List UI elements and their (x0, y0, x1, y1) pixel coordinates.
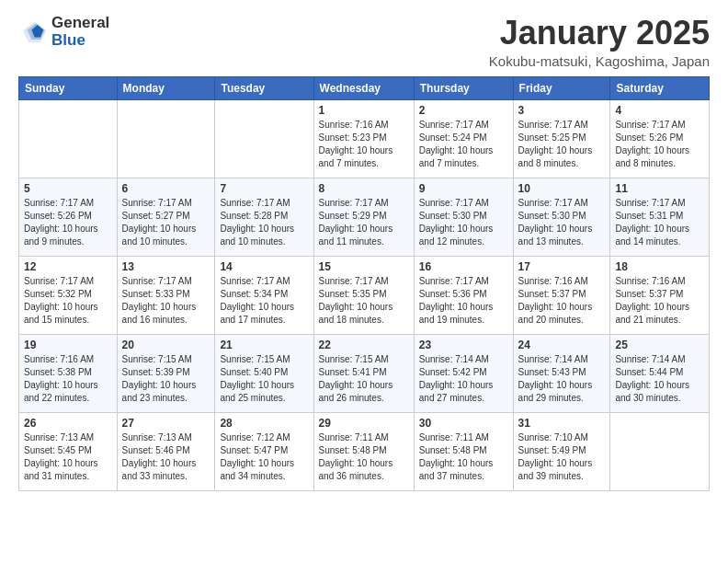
calendar-cell-2-3: 7Sunrise: 7:17 AM Sunset: 5:28 PM Daylig… (215, 178, 313, 256)
calendar-cell-1-3 (215, 99, 313, 178)
col-thursday: Thursday (414, 76, 513, 99)
day-number: 13 (122, 260, 210, 273)
day-info: Sunrise: 7:17 AM Sunset: 5:31 PM Dayligh… (615, 197, 704, 248)
calendar-header-row: Sunday Monday Tuesday Wednesday Thursday… (19, 76, 710, 99)
day-info: Sunrise: 7:16 AM Sunset: 5:23 PM Dayligh… (319, 119, 409, 170)
calendar-cell-3-3: 14Sunrise: 7:17 AM Sunset: 5:34 PM Dayli… (215, 256, 313, 334)
day-number: 6 (122, 182, 210, 195)
page: General Blue January 2025 Kokubu-matsuki… (0, 0, 728, 506)
day-number: 10 (518, 182, 606, 195)
day-number: 1 (319, 104, 409, 117)
calendar-cell-4-6: 24Sunrise: 7:14 AM Sunset: 5:43 PM Dayli… (513, 334, 610, 412)
day-info: Sunrise: 7:17 AM Sunset: 5:32 PM Dayligh… (24, 275, 112, 327)
day-info: Sunrise: 7:15 AM Sunset: 5:41 PM Dayligh… (319, 353, 409, 405)
calendar-cell-5-4: 29Sunrise: 7:11 AM Sunset: 5:48 PM Dayli… (313, 412, 414, 490)
calendar-cell-3-5: 16Sunrise: 7:17 AM Sunset: 5:36 PM Dayli… (414, 256, 513, 334)
calendar-cell-1-7: 4Sunrise: 7:17 AM Sunset: 5:26 PM Daylig… (610, 99, 710, 178)
header: General Blue January 2025 Kokubu-matsuki… (18, 15, 710, 69)
day-info: Sunrise: 7:14 AM Sunset: 5:44 PM Dayligh… (615, 353, 704, 405)
logo: General Blue (18, 15, 109, 49)
day-number: 31 (518, 417, 606, 430)
calendar-cell-4-7: 25Sunrise: 7:14 AM Sunset: 5:44 PM Dayli… (610, 334, 710, 412)
day-number: 11 (615, 182, 704, 195)
calendar-cell-3-4: 15Sunrise: 7:17 AM Sunset: 5:35 PM Dayli… (313, 256, 414, 334)
calendar-cell-4-4: 22Sunrise: 7:15 AM Sunset: 5:41 PM Dayli… (313, 334, 414, 412)
day-info: Sunrise: 7:11 AM Sunset: 5:48 PM Dayligh… (319, 431, 409, 483)
calendar-cell-4-3: 21Sunrise: 7:15 AM Sunset: 5:40 PM Dayli… (215, 334, 313, 412)
logo-icon (18, 17, 48, 47)
calendar-cell-2-4: 8Sunrise: 7:17 AM Sunset: 5:29 PM Daylig… (313, 178, 414, 256)
calendar-cell-1-2 (117, 99, 215, 178)
calendar-week-4: 19Sunrise: 7:16 AM Sunset: 5:38 PM Dayli… (19, 334, 710, 412)
day-info: Sunrise: 7:14 AM Sunset: 5:43 PM Dayligh… (518, 353, 606, 405)
day-number: 2 (419, 104, 508, 117)
day-info: Sunrise: 7:17 AM Sunset: 5:26 PM Dayligh… (24, 197, 112, 248)
logo-text: General Blue (51, 15, 109, 49)
col-friday: Friday (513, 76, 610, 99)
day-number: 3 (518, 104, 606, 117)
col-monday: Monday (117, 76, 215, 99)
day-number: 14 (220, 260, 308, 273)
day-number: 21 (220, 339, 308, 351)
calendar-cell-4-5: 23Sunrise: 7:14 AM Sunset: 5:42 PM Dayli… (414, 334, 513, 412)
day-info: Sunrise: 7:17 AM Sunset: 5:24 PM Dayligh… (419, 119, 508, 170)
calendar-week-5: 26Sunrise: 7:13 AM Sunset: 5:45 PM Dayli… (19, 412, 710, 490)
calendar-cell-3-7: 18Sunrise: 7:16 AM Sunset: 5:37 PM Dayli… (610, 256, 710, 334)
day-number: 15 (319, 260, 409, 273)
day-info: Sunrise: 7:16 AM Sunset: 5:37 PM Dayligh… (518, 275, 606, 327)
day-number: 25 (615, 339, 704, 351)
day-number: 24 (518, 339, 606, 351)
calendar-cell-5-3: 28Sunrise: 7:12 AM Sunset: 5:47 PM Dayli… (215, 412, 313, 490)
calendar-cell-4-2: 20Sunrise: 7:15 AM Sunset: 5:39 PM Dayli… (117, 334, 215, 412)
location-title: Kokubu-matsuki, Kagoshima, Japan (489, 53, 710, 69)
day-info: Sunrise: 7:17 AM Sunset: 5:28 PM Dayligh… (220, 197, 308, 248)
calendar-cell-5-6: 31Sunrise: 7:10 AM Sunset: 5:49 PM Dayli… (513, 412, 610, 490)
col-sunday: Sunday (19, 76, 118, 99)
calendar-week-2: 5Sunrise: 7:17 AM Sunset: 5:26 PM Daylig… (19, 178, 710, 256)
day-info: Sunrise: 7:15 AM Sunset: 5:39 PM Dayligh… (122, 353, 210, 405)
col-wednesday: Wednesday (313, 76, 414, 99)
day-number: 28 (220, 417, 308, 430)
calendar-cell-1-1 (19, 99, 118, 178)
calendar-cell-5-5: 30Sunrise: 7:11 AM Sunset: 5:48 PM Dayli… (414, 412, 513, 490)
day-info: Sunrise: 7:15 AM Sunset: 5:40 PM Dayligh… (220, 353, 308, 405)
day-info: Sunrise: 7:17 AM Sunset: 5:34 PM Dayligh… (220, 275, 308, 327)
logo-general-text: General (51, 15, 109, 32)
calendar-cell-1-5: 2Sunrise: 7:17 AM Sunset: 5:24 PM Daylig… (414, 99, 513, 178)
day-number: 23 (419, 339, 508, 351)
day-info: Sunrise: 7:17 AM Sunset: 5:30 PM Dayligh… (518, 197, 606, 248)
day-info: Sunrise: 7:12 AM Sunset: 5:47 PM Dayligh… (220, 431, 308, 483)
day-info: Sunrise: 7:17 AM Sunset: 5:27 PM Dayligh… (122, 197, 210, 248)
day-number: 17 (518, 260, 606, 273)
calendar-cell-2-1: 5Sunrise: 7:17 AM Sunset: 5:26 PM Daylig… (19, 178, 118, 256)
day-info: Sunrise: 7:17 AM Sunset: 5:36 PM Dayligh… (419, 275, 508, 327)
title-block: January 2025 Kokubu-matsuki, Kagoshima, … (489, 15, 710, 69)
day-info: Sunrise: 7:17 AM Sunset: 5:30 PM Dayligh… (419, 197, 508, 248)
calendar-cell-4-1: 19Sunrise: 7:16 AM Sunset: 5:38 PM Dayli… (19, 334, 118, 412)
calendar-cell-3-1: 12Sunrise: 7:17 AM Sunset: 5:32 PM Dayli… (19, 256, 118, 334)
day-number: 7 (220, 182, 308, 195)
day-info: Sunrise: 7:13 AM Sunset: 5:45 PM Dayligh… (24, 431, 112, 483)
day-info: Sunrise: 7:17 AM Sunset: 5:29 PM Dayligh… (319, 197, 409, 248)
calendar-table: Sunday Monday Tuesday Wednesday Thursday… (18, 76, 710, 491)
day-info: Sunrise: 7:17 AM Sunset: 5:26 PM Dayligh… (615, 119, 704, 170)
day-number: 29 (319, 417, 409, 430)
day-number: 16 (419, 260, 508, 273)
col-saturday: Saturday (610, 76, 710, 99)
calendar-cell-5-1: 26Sunrise: 7:13 AM Sunset: 5:45 PM Dayli… (19, 412, 118, 490)
calendar-week-3: 12Sunrise: 7:17 AM Sunset: 5:32 PM Dayli… (19, 256, 710, 334)
calendar-week-1: 1Sunrise: 7:16 AM Sunset: 5:23 PM Daylig… (19, 99, 710, 178)
calendar-cell-2-6: 10Sunrise: 7:17 AM Sunset: 5:30 PM Dayli… (513, 178, 610, 256)
day-info: Sunrise: 7:10 AM Sunset: 5:49 PM Dayligh… (518, 431, 606, 483)
logo-blue-text: Blue (51, 32, 109, 50)
day-number: 27 (122, 417, 210, 430)
calendar-cell-2-2: 6Sunrise: 7:17 AM Sunset: 5:27 PM Daylig… (117, 178, 215, 256)
day-number: 5 (24, 182, 112, 195)
day-info: Sunrise: 7:16 AM Sunset: 5:37 PM Dayligh… (615, 275, 704, 327)
day-number: 30 (419, 417, 508, 430)
day-number: 22 (319, 339, 409, 351)
calendar-cell-3-2: 13Sunrise: 7:17 AM Sunset: 5:33 PM Dayli… (117, 256, 215, 334)
day-number: 8 (319, 182, 409, 195)
col-tuesday: Tuesday (215, 76, 313, 99)
day-number: 12 (24, 260, 112, 273)
